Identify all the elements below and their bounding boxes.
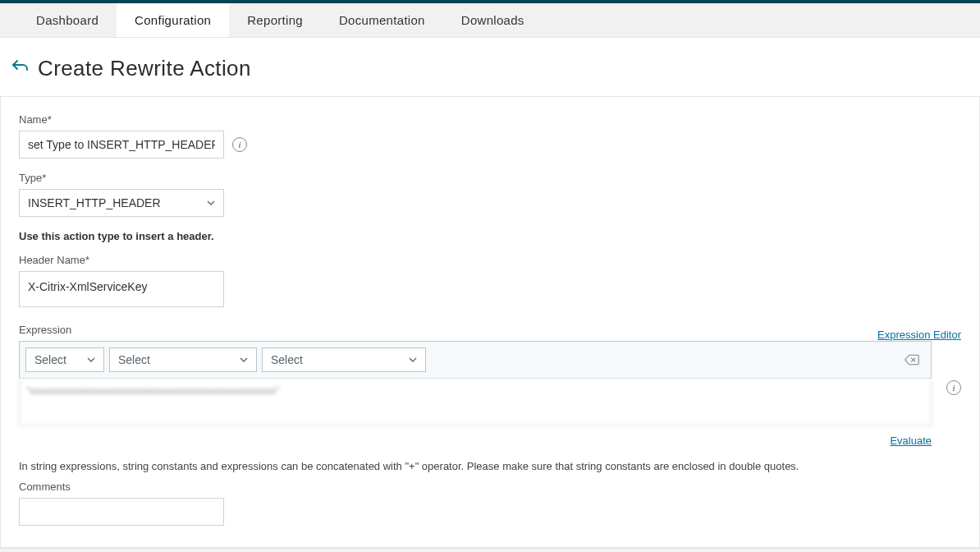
type-select[interactable]: INSERT_HTTP_HEADER <box>19 189 224 217</box>
tab-reporting[interactable]: Reporting <box>229 3 321 37</box>
header-name-input[interactable] <box>19 271 224 307</box>
info-icon[interactable] <box>232 137 247 152</box>
tab-dashboard[interactable]: Dashboard <box>18 3 117 37</box>
expr-select-2-label: Select <box>118 353 150 366</box>
expression-toolbar: Select Select Select <box>19 341 932 379</box>
comments-label: Comments <box>19 481 961 493</box>
expr-select-3-label: Select <box>271 353 303 366</box>
tab-documentation[interactable]: Documentation <box>321 3 443 37</box>
type-hint: Use this action type to insert a header. <box>19 230 961 242</box>
main-tabs: Dashboard Configuration Reporting Docume… <box>0 3 980 38</box>
concat-hint: In string expressions, string constants … <box>19 460 961 472</box>
chevron-down-icon <box>87 356 95 364</box>
comments-input[interactable] <box>19 498 224 526</box>
expression-label: Expression <box>19 324 71 336</box>
expr-select-1[interactable]: Select <box>25 347 104 372</box>
backspace-icon[interactable] <box>904 354 919 366</box>
name-label: Name* <box>19 113 961 126</box>
expression-editor-link[interactable]: Expression Editor <box>877 329 961 341</box>
tab-downloads[interactable]: Downloads <box>443 3 543 37</box>
footer-bar: Create Close <box>0 548 980 552</box>
page-title: Create Rewrite Action <box>38 56 251 81</box>
back-arrow-icon[interactable] <box>10 58 30 80</box>
evaluate-link[interactable]: Evaluate <box>890 435 932 447</box>
type-select-value: INSERT_HTTP_HEADER <box>28 196 161 209</box>
chevron-down-icon <box>409 356 417 364</box>
chevron-down-icon <box>240 356 248 364</box>
expr-select-1-label: Select <box>34 353 66 366</box>
chevron-down-icon <box>207 199 215 207</box>
page-header: Create Rewrite Action <box>0 38 980 96</box>
expr-select-2[interactable]: Select <box>109 347 257 372</box>
header-name-label: Header Name* <box>19 254 961 266</box>
expr-select-3[interactable]: Select <box>262 347 426 372</box>
form-panel: Name* Type* INSERT_HTTP_HEADER Use this … <box>0 96 980 548</box>
expression-textarea[interactable] <box>19 379 932 426</box>
type-label: Type* <box>19 172 961 184</box>
tab-configuration[interactable]: Configuration <box>117 3 229 37</box>
name-input[interactable] <box>19 131 224 159</box>
info-icon[interactable] <box>946 380 961 395</box>
